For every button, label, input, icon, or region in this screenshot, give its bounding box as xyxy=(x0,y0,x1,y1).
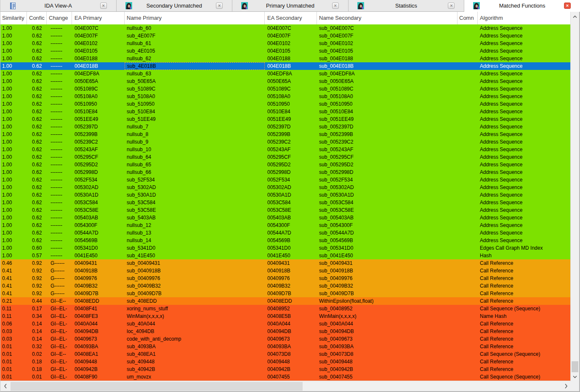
table-row[interactable]: 0.460.92G------00409431sub_0040943100409… xyxy=(0,259,571,267)
horizontal-scrollbar[interactable] xyxy=(0,381,571,391)
table-row[interactable]: 1.000.62-------0053C584sub_53C5840053C58… xyxy=(0,199,571,206)
cell-confidence: 0.32 xyxy=(27,343,47,350)
table-row[interactable]: 1.000.62-------004E007Cnullsub_60004E007… xyxy=(0,24,571,32)
table-row[interactable]: 1.000.62-------004E007Fsub_4E007F004E007… xyxy=(0,32,571,40)
close-icon[interactable]: × xyxy=(216,3,223,9)
cell-ea-secondary: 004EDF8A xyxy=(265,70,317,77)
table-row[interactable]: 1.000.62-------0050E65Asub_50E65A0050E65… xyxy=(0,77,571,85)
cell-name-secondary: sub_005341D0 xyxy=(317,244,458,252)
table-row[interactable]: 0.410.92G------0040918Bsub_0040918B00409… xyxy=(0,267,571,275)
column-header-ea-secondary[interactable]: EA Secondary xyxy=(265,12,317,24)
cell-name-secondary: sub_0052998D xyxy=(317,168,458,176)
cell-name-primary: nullsub_12 xyxy=(125,221,265,229)
table-row[interactable]: 1.000.62-------0052F534sub_52F5340052F53… xyxy=(0,176,571,184)
table-row[interactable]: 1.000.62-------0052397Dnullsub_70052397D… xyxy=(0,123,571,131)
table-row[interactable]: 0.410.92G------00409D7Bsub_00409D7B00409… xyxy=(0,290,571,297)
column-header-similarity[interactable]: Similarity xyxy=(0,12,27,24)
table-row[interactable]: 1.000.62-------005295CFnullsub_64005295C… xyxy=(0,153,571,161)
scroll-down-icon[interactable] xyxy=(571,373,579,380)
cell-comment xyxy=(458,70,478,77)
table-row[interactable]: 1.000.62-------005239C2nullsub_9005239C2… xyxy=(0,138,571,146)
cell-ea-primary: 005243AF xyxy=(72,146,125,153)
column-header-confidence[interactable]: Confic xyxy=(27,12,47,24)
tab-matched-functions[interactable]: Matched Functions × xyxy=(464,0,580,11)
close-icon[interactable]: × xyxy=(564,3,571,9)
table-row[interactable]: 1.000.62-------0052399Bnullsub_80052399B… xyxy=(0,131,571,138)
cell-confidence: 0.62 xyxy=(27,191,47,199)
table-row[interactable]: 0.030.14GI--EL-00409673code_with_anti_de… xyxy=(0,335,571,343)
column-header-name-secondary[interactable]: Name Secondary xyxy=(317,12,458,24)
table-row[interactable]: 1.000.62-------005108A0sub_5108A0005108A… xyxy=(0,93,571,100)
table-row[interactable]: 1.000.62-------00510950sub_5109500051095… xyxy=(0,100,571,108)
table-row[interactable]: 0.110.17GI--EL-00408F41xoring_nums_stuff… xyxy=(0,305,571,312)
cell-similarity: 0.01 xyxy=(0,343,27,350)
table-row[interactable]: 0.010.02GI--E--00408EA1sub_408EA1004073D… xyxy=(0,350,571,358)
table-row[interactable]: 1.000.62-------004E0102nullsub_61004E010… xyxy=(0,40,571,47)
table-row[interactable]: 0.060.14GI--EL-0040A044sub_40A0440040A04… xyxy=(0,320,571,328)
cell-ea-secondary: 004E007F xyxy=(265,32,317,40)
scroll-left-icon[interactable] xyxy=(1,383,10,389)
table-row[interactable]: 1.000.62-------005302ADsub_5302AD005302A… xyxy=(0,184,571,191)
cell-comment xyxy=(458,32,478,40)
column-header-name-primary[interactable]: Name Primary xyxy=(125,12,265,24)
table-row[interactable]: 1.000.62-------0051EE49sub_51EE490051EE4… xyxy=(0,115,571,123)
cell-ea-primary: 00408EA1 xyxy=(72,350,125,358)
cell-ea-primary: 004E0102 xyxy=(72,40,125,47)
close-icon[interactable]: × xyxy=(448,3,455,9)
table-row[interactable]: 1.000.62-------005403ABsub_5403AB005403A… xyxy=(0,214,571,221)
cell-similarity: 1.00 xyxy=(0,244,27,252)
close-icon[interactable]: × xyxy=(332,3,339,9)
vertical-scrollbar[interactable] xyxy=(570,12,580,381)
cell-name-secondary: sub_0041E450 xyxy=(317,252,458,259)
tab-primary-unmatched[interactable]: Primary Unmatched × xyxy=(232,0,349,11)
table-row[interactable]: 1.000.62-------0051089Csub_51089C0051089… xyxy=(0,85,571,93)
table-row[interactable]: 0.030.14GI--EL-004094DBloc_4094DB004094D… xyxy=(0,328,571,335)
table-row[interactable]: 1.000.62-------004EDF8Anullsub_63004EDF8… xyxy=(0,70,571,77)
cell-similarity: 0.01 xyxy=(0,365,27,373)
table-row[interactable]: 1.000.62-------005243AFnullsub_10005243A… xyxy=(0,146,571,153)
table-row[interactable]: 1.000.60-------005341D0sub_5341D0005341D… xyxy=(0,244,571,252)
column-header-change[interactable]: Change xyxy=(47,12,72,24)
table-row[interactable]: 1.000.62-------00544A7Dnullsub_1300544A7… xyxy=(0,229,571,237)
table-row[interactable]: 0.410.92G------00409976sub_0040997600409… xyxy=(0,275,571,282)
cell-comment xyxy=(458,343,478,350)
table-row[interactable]: 1.000.62-------004E0188nullsub_62004E018… xyxy=(0,55,571,62)
table-row[interactable]: 0.010.32GI--EL-004093BAsub_4093BA004093B… xyxy=(0,343,571,350)
table-row[interactable]: 1.000.62-------0054300Fnullsub_120054300… xyxy=(0,221,571,229)
cell-similarity: 1.00 xyxy=(0,24,27,32)
table-row[interactable]: 1.000.62-------0054569Bnullsub_140054569… xyxy=(0,237,571,244)
cell-name-secondary: sub_005403AB xyxy=(317,214,458,221)
cell-name-secondary: sub_005302AD xyxy=(317,184,458,191)
cell-name-secondary: sub_004E018B xyxy=(317,62,458,70)
cell-similarity: 1.00 xyxy=(0,55,27,62)
tab-secondary-unmatched[interactable]: Secondary Unmatched × xyxy=(117,0,233,11)
cell-name-secondary: sub_005295D2 xyxy=(317,161,458,168)
table-row[interactable]: 0.110.34GI--EL-00408FE3WinMain(x,x,x,x)0… xyxy=(0,312,571,320)
vertical-scrollbar-thumb[interactable] xyxy=(572,361,578,372)
table-row[interactable]: 0.010.18GI--EL-0040942Bsub_40942B0040942… xyxy=(0,365,571,373)
tab-statistics[interactable]: Statistics × xyxy=(349,0,465,11)
cell-name-secondary: sub_00409673 xyxy=(317,335,458,343)
close-icon[interactable]: × xyxy=(100,3,107,9)
table-row[interactable]: 1.000.62-------005295D2nullsub_65005295D… xyxy=(0,161,571,168)
scroll-up-icon[interactable] xyxy=(571,13,579,20)
cell-algorithm: Address Sequence xyxy=(478,32,571,40)
scroll-right-icon[interactable] xyxy=(562,383,570,389)
column-header-ea-primary[interactable]: EA Primary xyxy=(72,12,125,24)
table-row[interactable]: 0.210.44GI--E--00408EDDsub_408EDD00408ED… xyxy=(0,297,571,305)
column-header-comment[interactable]: Comn xyxy=(458,12,478,24)
table-row[interactable]: 1.000.62-------004E0105sub_4E0105004E010… xyxy=(0,47,571,55)
table-row[interactable]: 1.000.62-------0052998Dnullsub_660052998… xyxy=(0,168,571,176)
column-header-algorithm[interactable]: Algorithm xyxy=(478,12,571,24)
table-row[interactable]: 0.010.01GI--EL-00408F90um_movzx00407455s… xyxy=(0,373,571,381)
table-row[interactable]: 1.000.57-------0041E450sub_41E4500041E45… xyxy=(0,252,571,259)
table-row[interactable]: 1.000.62-------004E018Bsub_4E018B004E018… xyxy=(0,62,571,70)
table-row[interactable]: 0.410.92G------00409B32sub_00409B3200409… xyxy=(0,282,571,290)
table-row[interactable]: 1.000.62-------00530A1Dsub_530A1D00530A1… xyxy=(0,191,571,199)
table-row[interactable]: 1.000.62-------00510E84sub_510E8400510E8… xyxy=(0,108,571,115)
cell-ea-secondary: 005295CF xyxy=(265,153,317,161)
table-row[interactable]: 1.000.62-------0053C58Esub_53C58E0053C58… xyxy=(0,206,571,214)
table-row[interactable]: 0.010.18GI--EL-00409448sub_4094480040944… xyxy=(0,358,571,365)
tab-ida-view-a[interactable]: IDA View-A × xyxy=(0,0,117,11)
horizontal-scrollbar-thumb[interactable] xyxy=(11,382,303,391)
